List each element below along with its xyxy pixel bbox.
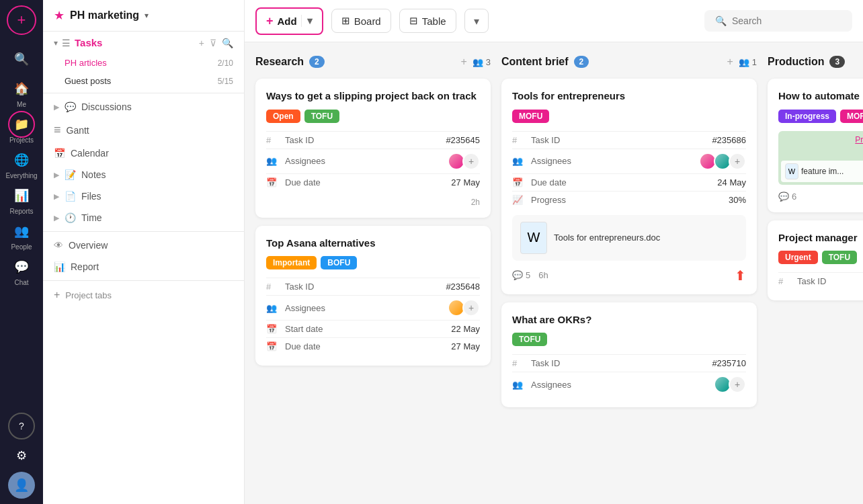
reports-icon[interactable]: 📊 xyxy=(8,182,35,209)
calendar-icon: 📅 xyxy=(266,177,280,187)
add-task-icon[interactable]: + xyxy=(199,38,204,48)
progress-icon: 📈 xyxy=(512,195,526,205)
hash-icon: # xyxy=(266,135,280,145)
card-slipping-project[interactable]: Ways to get a slipping project back on t… xyxy=(255,79,491,218)
add-assignee-button[interactable]: + xyxy=(729,376,746,393)
card-how-to-automate[interactable]: How to automate In-progress MOFU W featu… xyxy=(768,79,863,212)
word-doc-icon: W xyxy=(520,222,547,254)
comment-icon: 💬 xyxy=(512,270,523,280)
field-label: Due date xyxy=(531,177,712,187)
card-asana-alternatives[interactable]: Top Asana alternatives Important BOFU # … xyxy=(255,226,491,366)
tags-row: Important BOFU xyxy=(266,256,480,269)
subtask-label: Guest posts xyxy=(65,76,214,86)
sidebar-item-people[interactable]: 👥 People xyxy=(8,218,35,251)
me-icon[interactable]: 🏠 xyxy=(8,75,35,102)
chevron-right-icon: ▶ xyxy=(54,171,59,179)
calendar-icon: 📅 xyxy=(266,341,280,351)
help-icon[interactable]: ? xyxy=(8,413,35,439)
assignees-field: 👥 Assignees + xyxy=(266,295,480,320)
table-icon: ⊟ xyxy=(409,15,418,27)
tag-bofu: BOFU xyxy=(321,256,357,269)
proof-this-link[interactable]: Proof this xyxy=(855,135,863,144)
assignee-avatars: + xyxy=(699,153,746,170)
field-label: Assignees xyxy=(285,303,442,313)
time-icon: 🕐 xyxy=(65,212,76,223)
add-assignee-button[interactable]: + xyxy=(729,153,746,170)
hash-icon: # xyxy=(512,358,526,368)
assignee-number: 3 xyxy=(486,57,491,67)
sidebar-item-reports[interactable]: 📊 Reports xyxy=(8,182,35,215)
sidebar-item-help[interactable]: ? xyxy=(8,413,35,439)
projects-icon[interactable]: 📁 xyxy=(8,111,35,138)
search-icon[interactable]: 🔍 xyxy=(8,46,35,73)
tags-row: Urgent TOFU xyxy=(778,251,863,264)
sidebar-item-chat[interactable]: 💬 Chat xyxy=(8,253,35,286)
sidebar-item-discussions[interactable]: ▶ 💬 Discussions xyxy=(43,96,244,118)
sidebar-item-notes[interactable]: ▶ 📝 Notes xyxy=(43,164,244,185)
everything-icon[interactable]: 🌐 xyxy=(8,146,35,173)
card-project-manager[interactable]: Project manager Urgent TOFU # Task ID xyxy=(768,220,863,301)
project-header[interactable]: ★ PH marketing ▾ xyxy=(43,0,244,32)
comment-count: 💬 5 xyxy=(512,270,530,280)
filter-icon[interactable]: ⊽ xyxy=(210,38,216,48)
subtask-ph-articles[interactable]: PH articles 2/10 xyxy=(43,54,244,72)
card-title: Tools for entrepreneurs xyxy=(512,89,746,103)
table-label: Table xyxy=(422,15,446,27)
tag-tofu: TOFU xyxy=(822,251,857,264)
sidebar-item-me[interactable]: 🏠 Me xyxy=(8,75,35,108)
due-date-value: 27 May xyxy=(451,177,480,187)
field-label: Due date xyxy=(285,341,446,351)
column-title: Production xyxy=(768,56,824,68)
assignee-icon: 👥 xyxy=(266,303,280,313)
task-id-field: # Task ID #235645 xyxy=(266,131,480,149)
sidebar-item-report[interactable]: 📊 Report xyxy=(43,256,244,278)
tasks-section-header[interactable]: ▾ ☰ Tasks + ⊽ 🔍 xyxy=(43,32,244,54)
subtask-guest-posts[interactable]: Guest posts 5/15 xyxy=(43,72,244,90)
add-assignee-button[interactable]: + xyxy=(462,153,480,170)
assignee-number: 1 xyxy=(752,57,757,67)
file-thumbnail-1: W feature im... Proof this xyxy=(778,131,863,185)
search-input[interactable] xyxy=(732,15,833,26)
everything-label: Everything xyxy=(5,172,37,179)
file-thumbnails: W feature im... Proof this W how to aut.… xyxy=(778,131,863,185)
search-bar[interactable]: 🔍 xyxy=(704,10,852,32)
card-tools-entrepreneurs[interactable]: Tools for entrepreneurs MOFU # Task ID #… xyxy=(501,79,757,294)
priority-high-icon: ⬆ xyxy=(735,267,746,284)
sidebar-item-projects[interactable]: 📁 Projects xyxy=(8,111,35,144)
add-assignee-button[interactable]: + xyxy=(462,299,480,317)
field-label: Task ID xyxy=(797,276,863,286)
discussions-label: Discussions xyxy=(81,101,233,112)
sidebar-item-everything[interactable]: 🌐 Everything xyxy=(5,146,37,179)
add-button[interactable]: + Add ▾ xyxy=(255,7,323,35)
sidebar-item-overview[interactable]: 👁 Overview xyxy=(43,235,244,256)
search-tasks-icon[interactable]: 🔍 xyxy=(222,38,233,48)
table-view-button[interactable]: ⊟ Table xyxy=(399,9,456,33)
sidebar-item-search[interactable]: 🔍 xyxy=(8,46,35,73)
card-okrs[interactable]: What are OKRs? TOFU # Task ID #235710 👥 … xyxy=(501,302,757,408)
add-card-icon[interactable]: + xyxy=(460,56,466,68)
settings-icon[interactable]: ⚙ xyxy=(8,442,35,469)
task-id-field: # Task ID #235686 xyxy=(512,131,746,149)
people-icon[interactable]: 👥 xyxy=(8,218,35,245)
reports-label: Reports xyxy=(9,208,33,215)
add-label: Add xyxy=(278,15,297,27)
board-view-button[interactable]: ⊞ Board xyxy=(331,9,391,33)
notes-label: Notes xyxy=(81,169,233,180)
add-card-icon[interactable]: + xyxy=(727,56,733,68)
due-date-field: 📅 Due date 24 May xyxy=(512,173,746,191)
field-label: Task ID xyxy=(285,282,440,292)
time-label: 6h xyxy=(538,270,548,280)
sidebar-item-files[interactable]: ▶ 📄 Files xyxy=(43,185,244,207)
more-views-button[interactable]: ▾ xyxy=(464,9,489,33)
sidebar-item-settings[interactable]: ⚙ xyxy=(8,442,35,469)
chevron-right-icon: ▶ xyxy=(54,192,59,201)
chevron-down-icon: ▾ xyxy=(145,11,149,20)
chat-icon[interactable]: 💬 xyxy=(8,253,35,280)
sidebar-item-time[interactable]: ▶ 🕐 Time xyxy=(43,207,244,228)
add-project-tabs[interactable]: + Project tabs xyxy=(43,284,244,306)
sidebar-item-calendar[interactable]: 📅 Calendar xyxy=(43,142,244,164)
global-add-button[interactable]: + xyxy=(7,5,36,35)
sidebar-item-gantt[interactable]: ≡ Gantt xyxy=(43,118,244,142)
gantt-icon: ≡ xyxy=(54,123,61,137)
user-avatar[interactable]: 👤 xyxy=(8,472,35,499)
